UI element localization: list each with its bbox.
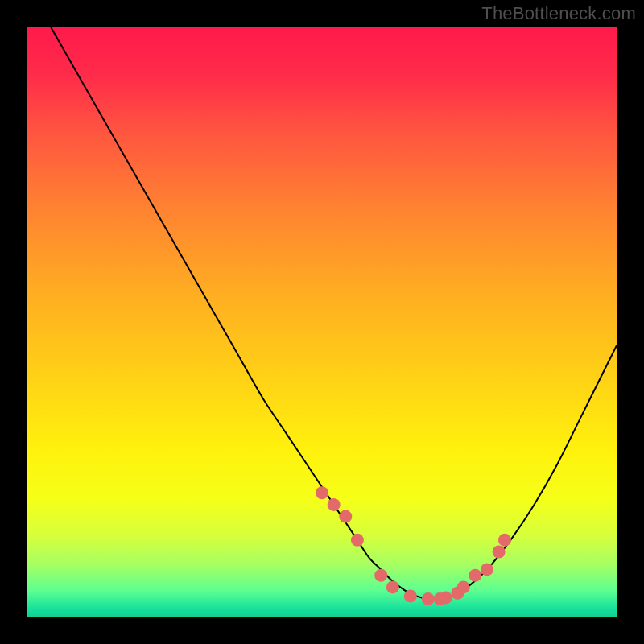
highlight-dot [374, 569, 387, 582]
highlight-dot [351, 534, 364, 547]
highlight-dot [422, 592, 435, 605]
chart-frame: TheBottleneck.com [0, 0, 644, 644]
highlight-dot [498, 534, 511, 547]
bottleneck-chart [0, 0, 644, 644]
highlight-dot [440, 592, 452, 605]
plot-background [27, 27, 617, 617]
highlight-dot [481, 563, 493, 576]
attribution-label: TheBottleneck.com [481, 3, 636, 24]
highlight-dot [316, 486, 328, 499]
highlight-dot [457, 580, 470, 593]
highlight-dot [493, 545, 506, 558]
highlight-dot [404, 589, 417, 602]
highlight-dot [386, 580, 399, 593]
highlight-dot [328, 498, 341, 511]
highlight-dot [339, 510, 352, 523]
highlight-dot [469, 569, 481, 582]
